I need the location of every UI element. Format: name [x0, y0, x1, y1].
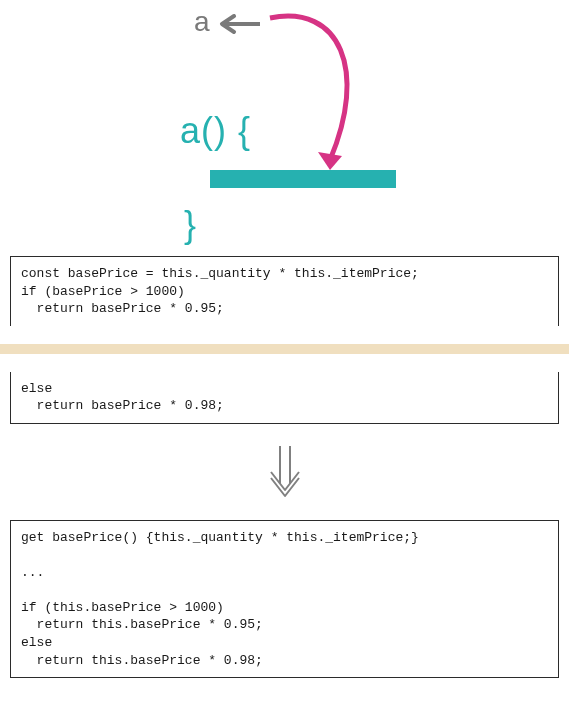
double-down-arrow-icon: [265, 444, 305, 498]
code-before-bottom: else return basePrice * 0.98;: [10, 372, 559, 424]
code-after: get basePrice() {this._quantity * this._…: [10, 520, 559, 678]
code-before-top: const basePrice = this._quantity * this.…: [10, 256, 559, 326]
var-a-label: a: [194, 6, 210, 38]
page-separator: [0, 344, 569, 354]
svg-marker-1: [318, 152, 342, 170]
code-body-bar: [210, 170, 396, 188]
func-a-open: a() {: [180, 110, 251, 152]
curved-arrow-icon: [260, 10, 380, 180]
arrow-left-icon: [218, 14, 262, 34]
transform-arrow: [0, 430, 569, 514]
func-a-close: }: [184, 204, 196, 246]
refactoring-diagram: a a() { }: [0, 0, 569, 250]
